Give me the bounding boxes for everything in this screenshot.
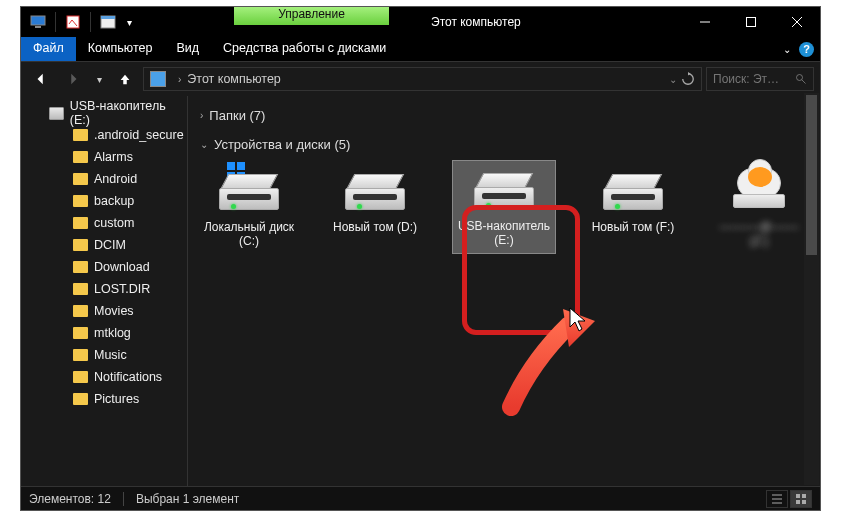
tree-item-label: backup [94,194,134,208]
details-view-button[interactable] [766,490,788,508]
folder-icon [73,239,88,251]
breadcrumb[interactable]: › Этот компьютер ⌄ [143,67,702,91]
folder-icon [73,283,88,295]
folder-icon [73,327,88,339]
group-drives-header[interactable]: ⌄ Устройства и диски (5) [200,137,808,152]
scrollbar-thumb[interactable] [806,95,817,255]
quick-access-toolbar: ▾ [21,10,136,34]
contextual-tab-header: Управление [234,7,389,25]
mouse-cursor [569,307,587,333]
chevron-right-icon[interactable]: › [178,74,181,85]
tree-item[interactable]: backup [21,190,187,212]
folder-icon [73,173,88,185]
svg-rect-2 [67,16,79,28]
nav-forward-button[interactable] [59,65,87,93]
nav-recent-dropdown[interactable]: ▾ [91,65,107,93]
drive-label: Новый том (D:) [333,220,417,234]
hdd-icon [603,166,663,214]
tree-item-label: Alarms [94,150,133,164]
maximize-button[interactable] [728,7,774,37]
content-pane[interactable]: › Папки (7) ⌄ Устройства и диски (5) Лок… [188,96,820,488]
address-bar-row: ▾ › Этот компьютер ⌄ [21,62,820,96]
qat-properties-icon[interactable] [60,10,86,34]
drive-item[interactable]: Новый том (F:) [584,166,682,254]
tab-view[interactable]: Вид [164,37,211,61]
tab-drive-tools[interactable]: Средства работы с дисками [211,37,398,61]
search-input[interactable] [713,72,793,86]
minimize-button[interactable] [682,7,728,37]
drive-item[interactable]: ––––––@–––– (Z:) [710,166,808,254]
drive-item[interactable]: Локальный диск (C:) [200,166,298,254]
large-icons-view-button[interactable] [790,490,812,508]
svg-rect-16 [796,500,800,504]
tree-item-label: Music [94,348,127,362]
folder-icon [73,129,88,141]
tree-item[interactable]: Movies [21,300,187,322]
tree-item-label: .android_secure [94,128,184,142]
tree-item-label: LOST.DIR [94,282,150,296]
drive-label: USB-накопитель (E:) [455,219,553,247]
group-drives-label: Устройства и диски (5) [214,137,350,152]
svg-rect-4 [101,16,115,19]
chevron-right-icon[interactable]: › [200,110,203,121]
svg-rect-1 [35,26,41,28]
svg-line-10 [802,80,806,84]
nav-back-button[interactable] [27,65,55,93]
tree-item[interactable]: Notifications [21,366,187,388]
tree-item[interactable]: Download [21,256,187,278]
group-folders-header[interactable]: › Папки (7) [200,108,808,123]
status-bar: Элементов: 12 Выбран 1 элемент [21,486,820,510]
tree-item-label: custom [94,216,134,230]
window-title: Этот компьютер [431,15,521,29]
tree-item[interactable]: .android_secure [21,124,187,146]
drive-label: Новый том (F:) [592,220,675,234]
tree-item[interactable]: custom [21,212,187,234]
svg-rect-14 [796,494,800,498]
tree-root-usb[interactable]: ⌄ USB-накопитель (E:) [21,102,187,124]
tree-item[interactable]: DCIM [21,234,187,256]
svg-rect-0 [31,16,45,25]
tree-item[interactable]: Alarms [21,146,187,168]
drive-label: Локальный диск (C:) [200,220,298,248]
tree-item[interactable]: LOST.DIR [21,278,187,300]
ribbon-collapse-icon[interactable]: ⌄ [783,44,791,55]
qat-dropdown-icon[interactable]: ▾ [122,10,136,34]
vertical-scrollbar[interactable] [804,93,819,485]
tree-item[interactable]: mtklog [21,322,187,344]
breadcrumb-dropdown-icon[interactable]: ⌄ [669,74,677,85]
breadcrumb-location[interactable]: Этот компьютер [187,72,280,86]
qat-pc-icon[interactable] [25,10,51,34]
nav-up-button[interactable] [111,65,139,93]
chevron-down-icon[interactable]: ⌄ [200,139,208,150]
tab-computer[interactable]: Компьютер [76,37,165,61]
search-box[interactable] [706,67,814,91]
tree-item-label: Movies [94,304,134,318]
close-button[interactable] [774,7,820,37]
search-icon [795,73,807,85]
titlebar: ▾ Управление Этот компьютер [21,7,820,37]
system-drive-icon [219,166,279,214]
pc-icon [150,71,166,87]
drive-item[interactable]: Новый том (D:) [326,166,424,254]
svg-rect-17 [802,500,806,504]
help-icon[interactable]: ? [799,42,814,57]
drive-item[interactable]: USB-накопитель (E:) [452,160,556,254]
tree-item[interactable]: Android [21,168,187,190]
folder-icon [73,151,88,163]
svg-rect-15 [802,494,806,498]
tree-item[interactable]: Music [21,344,187,366]
tree-item[interactable]: Pictures [21,388,187,410]
group-folders-label: Папки (7) [209,108,265,123]
folder-icon [73,371,88,383]
qat-newfolder-icon[interactable] [95,10,121,34]
tree-item-label: Pictures [94,392,139,406]
hdd-icon [474,165,534,213]
tree-item-label: Android [94,172,137,186]
refresh-icon[interactable] [681,72,695,86]
folder-icon [73,349,88,361]
file-tab[interactable]: Файл [21,37,76,61]
folder-icon [73,305,88,317]
ribbon-tabs: Файл Компьютер Вид Средства работы с дис… [21,37,820,61]
drive-label: ––––––@–––– (Z:) [710,220,808,248]
tree-item-label: DCIM [94,238,126,252]
